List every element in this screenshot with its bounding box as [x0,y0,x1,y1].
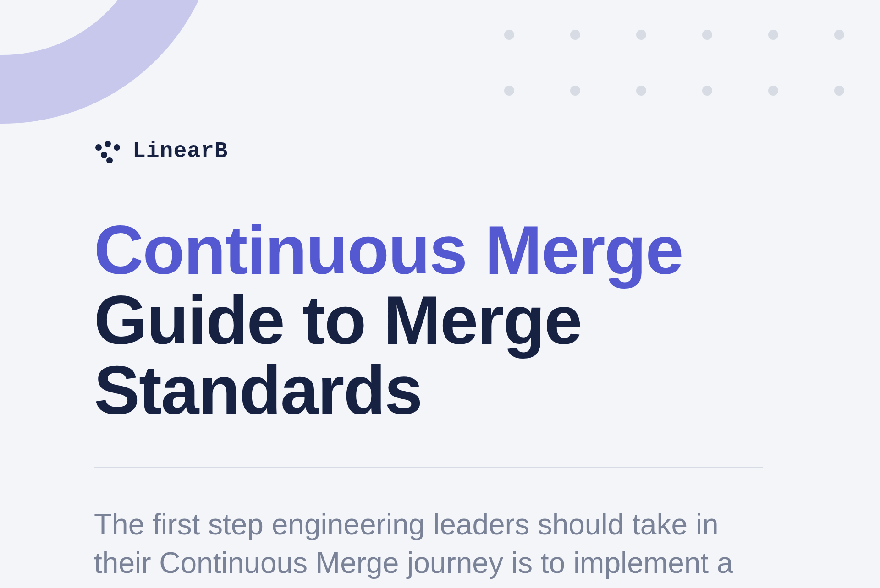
decor-dot [768,30,778,40]
title-accent-line: Continuous Merge [94,212,683,289]
decor-dot [702,86,712,96]
svg-point-1 [104,141,111,147]
linearb-logo-icon [94,137,121,165]
decor-circle [0,0,220,124]
svg-point-2 [114,144,120,151]
decor-dot [504,30,514,40]
divider [94,467,763,468]
content-area: LinearB Continuous Merge Guide to Merge … [94,137,763,588]
decor-dot [834,30,844,40]
page-title: Continuous Merge Guide to Merge Standard… [94,215,763,425]
decor-dot [504,86,514,96]
document-page: LinearB Continuous Merge Guide to Merge … [0,0,880,588]
svg-point-4 [106,157,113,163]
svg-point-3 [101,152,107,158]
decor-dot-grid [504,30,844,96]
decor-dot [702,30,712,40]
decor-dot [570,86,580,96]
brand-name: LinearB [132,139,228,163]
decor-dot [570,30,580,40]
decor-dot [636,30,646,40]
title-rest: Guide to Merge Standards [94,282,582,429]
brand-lockup: LinearB [94,137,763,165]
svg-point-0 [95,144,102,151]
decor-dot [636,86,646,96]
decor-dot [768,86,778,96]
decor-dot [834,86,844,96]
body-paragraph: The first step engineering leaders shoul… [94,505,763,588]
